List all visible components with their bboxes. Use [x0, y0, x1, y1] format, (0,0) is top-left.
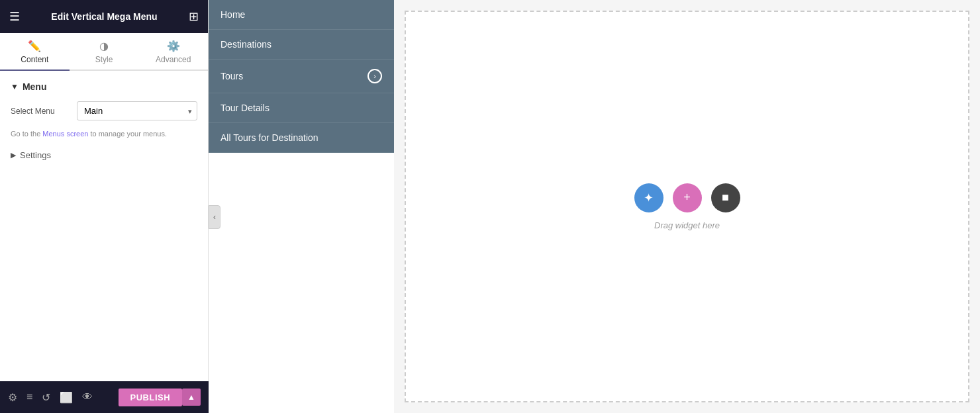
select-menu-label: Select Menu: [11, 107, 77, 116]
tabs: ✏️ Content ◑ Style ⚙️ Advanced: [0, 33, 208, 71]
menu-item-home-label: Home: [220, 9, 245, 20]
publish-button[interactable]: PUBLISH: [119, 389, 183, 406]
tab-content[interactable]: ✏️ Content: [0, 33, 70, 71]
menu-section-header[interactable]: ▼ Menu: [11, 81, 197, 92]
menu-item-destinations-label: Destinations: [220, 39, 271, 50]
menu-item-tour-details[interactable]: Tour Details: [209, 93, 394, 123]
tours-arrow-icon: ›: [368, 69, 382, 83]
publish-caret-button[interactable]: ▲: [182, 389, 201, 406]
collapse-arrow-icon: ▼: [11, 82, 19, 91]
grid-icon[interactable]: ⊞: [189, 9, 199, 24]
drag-actions: ✦ + ■: [634, 183, 740, 212]
settings-bottom-icon[interactable]: ⚙: [8, 391, 17, 404]
pencil-icon: ✏️: [28, 40, 41, 52]
preview-and-canvas: Home Destinations Tours › Tour Details A…: [209, 0, 980, 413]
preview-icon[interactable]: 👁: [82, 391, 93, 404]
responsive-icon[interactable]: ⬜: [60, 391, 73, 404]
tab-advanced-label: Advanced: [156, 55, 191, 64]
menus-prefix: Go to the: [11, 130, 42, 138]
menu-item-destinations[interactable]: Destinations: [209, 30, 394, 60]
left-panel: ☰ Edit Vertical Mega Menu ⊞ ✏️ Content ◑…: [0, 0, 209, 413]
menu-item-all-tours[interactable]: All Tours for Destination: [209, 123, 394, 153]
menus-link[interactable]: Menus screen: [42, 130, 88, 138]
hamburger-icon[interactable]: ☰: [9, 9, 20, 24]
select-menu-input[interactable]: Main Secondary Footer: [77, 101, 197, 120]
drop-zone: ✦ + ■ Drag widget here: [405, 11, 969, 402]
drag-widget-label: Drag widget here: [654, 220, 720, 230]
top-bar: ☰ Edit Vertical Mega Menu ⊞: [0, 0, 208, 33]
toggle-panel-arrow[interactable]: ‹: [209, 205, 220, 229]
main-area: Home Destinations Tours › Tour Details A…: [209, 0, 980, 413]
style-icon: ◑: [99, 40, 109, 52]
widget-options-button[interactable]: ■: [711, 183, 740, 212]
history-icon[interactable]: ↺: [42, 391, 50, 404]
bottom-action-icons: ⚙ ≡ ↺ ⬜ 👁: [8, 391, 93, 404]
bottom-bar: ⚙ ≡ ↺ ⬜ 👁 PUBLISH ▲: [0, 381, 209, 413]
menus-help-text: Go to the Menus screen to manage your me…: [11, 128, 197, 140]
tab-style[interactable]: ◑ Style: [70, 33, 139, 71]
layers-icon[interactable]: ≡: [26, 391, 32, 404]
settings-title: Settings: [20, 150, 51, 160]
menu-item-all-tours-label: All Tours for Destination: [220, 132, 318, 143]
expand-arrow-icon: ▶: [11, 151, 16, 160]
settings-section-header[interactable]: ▶ Settings: [11, 150, 197, 160]
gear-icon: ⚙️: [167, 40, 180, 52]
canvas-area: ✦ + ■ Drag widget here: [394, 0, 980, 413]
menu-item-tours[interactable]: Tours ›: [209, 60, 394, 93]
select-menu-wrapper: Main Secondary Footer ▾: [77, 101, 197, 120]
panel-title: Edit Vertical Mega Menu: [51, 11, 157, 22]
menu-section-title: Menu: [23, 81, 47, 92]
menu-preview: Home Destinations Tours › Tour Details A…: [209, 0, 394, 413]
select-menu-row: Select Menu Main Secondary Footer ▾: [11, 101, 197, 120]
tab-style-label: Style: [95, 55, 113, 64]
add-widget-button[interactable]: +: [673, 183, 702, 212]
publish-area: PUBLISH ▲: [119, 389, 201, 406]
menus-suffix: to manage your menus.: [88, 130, 167, 138]
tab-content-label: Content: [21, 55, 48, 64]
menu-item-home[interactable]: Home: [209, 0, 394, 30]
edit-widget-button[interactable]: ✦: [634, 183, 663, 212]
menu-item-tours-label: Tours: [220, 71, 243, 81]
panel-content: ▼ Menu Select Menu Main Secondary Footer…: [0, 71, 208, 380]
tab-advanced[interactable]: ⚙️ Advanced: [138, 33, 208, 71]
menu-item-tour-details-label: Tour Details: [220, 103, 270, 113]
